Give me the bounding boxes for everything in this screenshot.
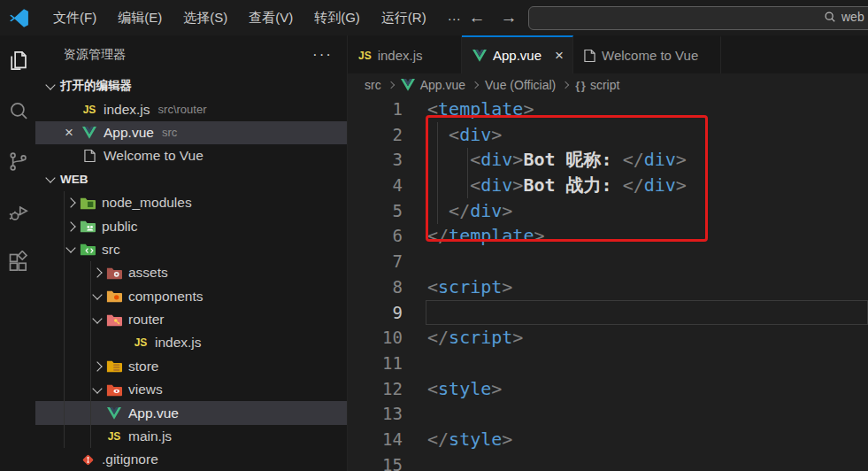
chevron-right-icon [92, 361, 102, 371]
more-actions-icon[interactable]: ··· [312, 50, 333, 59]
breadcrumb: srcApp.vueVue (Official){ }script [348, 73, 868, 97]
indent-guide [467, 148, 468, 198]
js-icon: JS [106, 429, 122, 444]
tree-item-src[interactable]: src [35, 238, 347, 261]
chevron-down-icon [45, 80, 55, 89]
code-line-5[interactable]: 5 </div> [348, 198, 868, 224]
folder-views-icon [106, 382, 122, 397]
nav-back-button[interactable]: ← [464, 0, 490, 35]
chevron-right-icon [65, 221, 75, 231]
file-label: App.vue [104, 125, 154, 141]
title-bar: 文件(F)编辑(E)选择(S)查看(V)转到(G)运行(R)··· ← → we… [0, 0, 868, 35]
code-line-13[interactable]: 13 [348, 401, 868, 427]
breadcrumb-item-script[interactable]: { }script [575, 78, 619, 92]
menu-item-s[interactable]: 选择(S) [173, 0, 238, 35]
line-number: 11 [348, 351, 403, 376]
file-label: Welcome to Vue [104, 148, 204, 164]
tab-label: Welcome to Vue [602, 48, 698, 63]
sidebar-title: 资源管理器 [64, 47, 126, 63]
menu-item-v[interactable]: 查看(V) [238, 0, 303, 35]
activity-search-icon[interactable] [0, 86, 35, 136]
code-line-14[interactable]: 14</style> [348, 427, 868, 452]
activity-source-control-icon[interactable] [0, 136, 35, 187]
code-line-4[interactable]: 4 <div>Bot 战力: </div> [348, 173, 868, 198]
nav-forward-button[interactable]: → [495, 0, 522, 35]
open-editor-index.js[interactable]: JSindex.jssrc\router [35, 97, 347, 120]
breadcrumb-separator-icon [562, 81, 569, 89]
menu-item-g[interactable]: 转到(G) [303, 0, 371, 35]
activity-explorer-icon[interactable] [0, 35, 35, 86]
breadcrumb-item-app.vue[interactable]: App.vue [401, 78, 465, 92]
activity-run-debug-icon[interactable] [0, 187, 35, 237]
menu-item-f[interactable]: 文件(F) [42, 0, 107, 35]
code-line-15[interactable]: 15 [348, 452, 868, 471]
tree-item-store[interactable]: store [35, 355, 347, 378]
line-number: 8 [348, 274, 403, 300]
search-text: web [841, 10, 864, 24]
tree-item-router[interactable]: router [35, 308, 347, 331]
workspace-header[interactable]: WEB [35, 168, 347, 191]
command-center-search[interactable]: web [528, 6, 868, 30]
file-tree: node_modulespublicsrcassetscomponentsrou… [35, 191, 347, 471]
tree-item-public[interactable]: public [35, 214, 347, 237]
code-line-7[interactable]: 7 [348, 249, 868, 274]
code-line-12[interactable]: 12<style> [348, 376, 868, 402]
tree-item-main.js[interactable]: JSmain.js [35, 425, 347, 448]
activity-extensions-icon[interactable] [0, 237, 35, 288]
code-line-10[interactable]: 10</script> [348, 325, 868, 351]
breadcrumb-separator-icon [387, 81, 394, 89]
workspace-label: WEB [60, 173, 88, 186]
tree-item-index.js[interactable]: JSindex.js [35, 331, 347, 354]
line-number: 9 [348, 300, 403, 326]
open-editor-app.vue[interactable]: ×App.vuesrc [35, 121, 347, 144]
search-icon [824, 11, 836, 23]
activity-bar [0, 35, 35, 471]
code-line-11[interactable]: 11 [348, 351, 868, 376]
close-icon[interactable]: × [57, 126, 81, 140]
tab-app.vue[interactable]: App.vue× [462, 35, 573, 73]
tree-label: src [102, 242, 120, 258]
code-line-1[interactable]: 1<template> [348, 97, 868, 122]
tree-item-views[interactable]: views [35, 378, 347, 401]
folder-assets-icon [106, 266, 122, 280]
editor-group: JSindex.jsApp.vue×Welcome to Vue srcApp.… [348, 35, 868, 471]
vue-icon [401, 79, 415, 91]
line-number: 4 [348, 173, 403, 198]
tree-item-app.vue[interactable]: App.vue [35, 401, 347, 424]
line-number: 13 [348, 401, 403, 427]
code-line-9[interactable]: 9 [348, 300, 868, 326]
tree-item-assets[interactable]: assets [35, 261, 347, 284]
code-editor[interactable]: 1<template>2 <div>3 <div>Bot 昵称: </div>4… [348, 97, 868, 471]
search-label-wrap: web [824, 10, 864, 24]
breadcrumb-item-src[interactable]: src [365, 78, 381, 92]
js-icon: JS [133, 336, 149, 350]
tab-index.js[interactable]: JSindex.js [348, 35, 462, 73]
line-number: 1 [348, 97, 403, 122]
open-editor-welcome-to-vue[interactable]: Welcome to Vue [35, 144, 347, 167]
menu-item-r[interactable]: 运行(R) [371, 0, 437, 35]
folder-store-icon [106, 359, 122, 374]
tree-label: App.vue [128, 405, 179, 421]
menu-item-e[interactable]: 编辑(E) [107, 0, 173, 35]
line-number: 2 [348, 122, 403, 148]
chevron-right-icon [92, 268, 102, 278]
code-line-6[interactable]: 6</template> [348, 223, 868, 249]
tree-indent-guide [90, 261, 91, 448]
tree-label: store [128, 359, 158, 374]
breadcrumb-label: src [365, 78, 381, 92]
line-number: 15 [348, 452, 403, 471]
tree-item-.gitignore[interactable]: .gitignore [35, 448, 347, 471]
chevron-down-icon [65, 243, 75, 253]
tab-welcome-to-vue[interactable]: Welcome to Vue [573, 35, 721, 73]
breadcrumb-item-vue--official-[interactable]: Vue (Official) [485, 78, 556, 92]
file-icon [81, 149, 97, 163]
tree-label: components [128, 289, 203, 305]
open-editors-header[interactable]: 打开的编辑器 [35, 74, 347, 97]
close-icon[interactable]: × [555, 50, 564, 62]
tree-item-node_modules[interactable]: node_modules [35, 191, 347, 214]
code-line-8[interactable]: 8<script> [348, 274, 868, 300]
tree-label: .gitignore [102, 452, 158, 467]
code-line-3[interactable]: 3 <div>Bot 昵称: </div> [348, 147, 868, 173]
code-line-2[interactable]: 2 <div> [348, 122, 868, 148]
tree-item-components[interactable]: components [35, 285, 347, 308]
